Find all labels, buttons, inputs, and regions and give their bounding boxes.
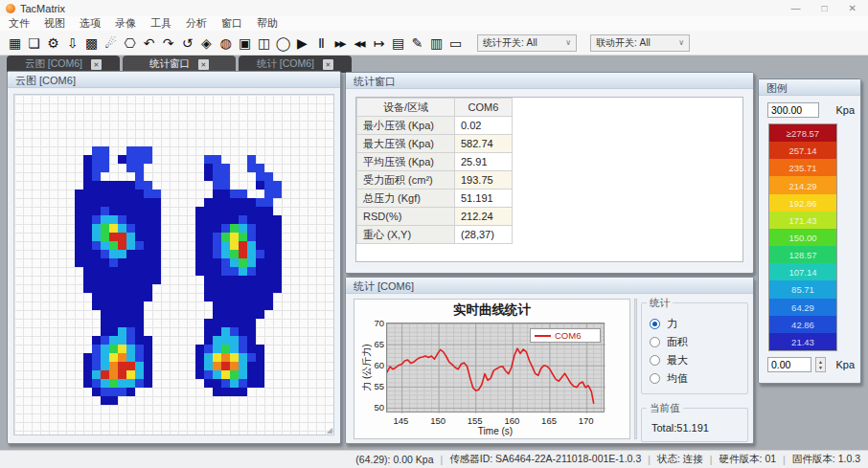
left-foot-cell bbox=[135, 319, 144, 327]
chart-inspect-button[interactable]: ▥ bbox=[426, 32, 445, 55]
right-foot-cell bbox=[213, 353, 221, 362]
calibrate-button[interactable]: ◈ bbox=[196, 32, 215, 55]
right-foot-cell bbox=[256, 233, 264, 241]
left-foot-cell bbox=[144, 224, 152, 233]
radio-label: 面积 bbox=[667, 335, 688, 349]
radio-force[interactable]: 力 bbox=[650, 315, 740, 333]
view-3d-button[interactable]: ⎔ bbox=[120, 32, 138, 55]
left-foot-cell bbox=[101, 362, 109, 370]
left-foot-cell bbox=[135, 198, 144, 207]
resize-grip-icon[interactable]: ◢ bbox=[327, 426, 332, 435]
menu-item-7[interactable]: 帮助 bbox=[257, 16, 278, 31]
snapshot-button[interactable]: ▣ bbox=[235, 32, 253, 55]
left-foot-cell bbox=[118, 181, 126, 189]
stats-switch-combo[interactable]: 统计开关: All ∨ bbox=[477, 34, 577, 52]
left-foot-cell bbox=[109, 207, 118, 215]
right-foot-cell bbox=[247, 233, 256, 241]
linkage-switch-combo[interactable]: 联动开关: All ∨ bbox=[590, 34, 690, 52]
right-foot-cell bbox=[204, 172, 213, 181]
maximize-button[interactable]: □ bbox=[822, 3, 828, 13]
left-foot-cell bbox=[101, 379, 109, 388]
status-segment: 硬件版本: 01 bbox=[720, 453, 777, 466]
undo-button[interactable]: ↶ bbox=[139, 32, 157, 55]
left-foot-cell bbox=[126, 215, 135, 224]
tab-close-button[interactable]: ✕ bbox=[198, 59, 209, 70]
right-foot-cell bbox=[230, 379, 239, 388]
right-foot-cell bbox=[273, 284, 282, 293]
menu-item-5[interactable]: 分析 bbox=[186, 16, 207, 31]
left-foot-cell bbox=[101, 284, 109, 293]
pause-button[interactable]: Ⅱ bbox=[311, 32, 330, 55]
record-button[interactable]: ◯ bbox=[273, 32, 291, 55]
right-foot-cell bbox=[204, 233, 213, 241]
stats-row: 最大压强 (Kpa)582.74 bbox=[357, 135, 513, 153]
annotate-button[interactable]: ✎ bbox=[407, 32, 425, 55]
radio-area[interactable]: 面积 bbox=[650, 333, 740, 351]
right-foot-cell bbox=[204, 327, 213, 336]
left-foot-cell bbox=[75, 224, 83, 233]
spinner-down-icon[interactable]: ▼ bbox=[816, 365, 825, 370]
export-button[interactable]: ↦ bbox=[369, 32, 387, 55]
left-foot-cell bbox=[118, 353, 126, 362]
options-button[interactable]: ⚙ bbox=[43, 32, 61, 55]
right-foot-cell bbox=[204, 198, 213, 207]
grid-button[interactable]: ▩ bbox=[81, 32, 100, 55]
radio-mean[interactable]: 均值 bbox=[650, 369, 740, 388]
menu-item-4[interactable]: 工具 bbox=[150, 16, 171, 31]
left-foot-cell bbox=[126, 388, 135, 396]
left-foot-cell bbox=[126, 284, 135, 293]
fast-forward-icon: ▸▸ bbox=[334, 35, 344, 51]
left-foot-cell bbox=[135, 293, 144, 301]
left-foot-cell bbox=[144, 250, 152, 258]
left-foot-cell bbox=[126, 327, 135, 336]
layout-button[interactable]: ▦ bbox=[5, 32, 23, 55]
legend-min-input[interactable] bbox=[767, 357, 811, 372]
menu-item-0[interactable]: 文件 bbox=[9, 16, 30, 31]
right-foot-cell bbox=[256, 198, 264, 207]
play-button[interactable]: ▶ bbox=[292, 32, 310, 55]
rewind-button[interactable]: ◂◂ bbox=[350, 32, 368, 55]
import-button[interactable]: ⇩ bbox=[62, 32, 80, 55]
menu-item-2[interactable]: 选项 bbox=[80, 16, 101, 31]
menu-item-6[interactable]: 窗口 bbox=[221, 16, 242, 31]
right-foot-cell bbox=[230, 301, 239, 310]
display-button[interactable]: ▭ bbox=[445, 32, 464, 55]
right-foot-cell bbox=[221, 198, 230, 207]
left-foot-cell bbox=[126, 293, 135, 301]
right-foot-cell bbox=[213, 284, 221, 293]
left-foot-cell bbox=[101, 224, 109, 233]
workspace: 云图 [COM6]✕统计窗口✕统计 [COM6]✕ 云图 [COM6] ◢ 统计… bbox=[0, 56, 868, 450]
open-file-button[interactable]: ❏ bbox=[24, 32, 42, 55]
tab-close-button[interactable]: ✕ bbox=[323, 59, 333, 70]
legend-line-icon bbox=[535, 335, 551, 337]
legend-max-input[interactable] bbox=[767, 102, 819, 118]
left-foot-cell bbox=[92, 172, 101, 181]
status-separator: | bbox=[710, 454, 713, 465]
left-foot-cell bbox=[144, 258, 152, 267]
right-foot-cell bbox=[230, 319, 239, 327]
left-foot-cell bbox=[135, 215, 144, 224]
right-foot-cell bbox=[230, 310, 239, 319]
right-foot-cell bbox=[247, 164, 256, 172]
left-foot-cell bbox=[75, 198, 83, 207]
x-tick-label: 160 bbox=[500, 415, 523, 426]
save-button[interactable]: ▤ bbox=[388, 32, 406, 55]
right-foot-cell bbox=[239, 293, 247, 301]
radio-icon bbox=[650, 319, 660, 329]
video-button[interactable]: ◫ bbox=[254, 32, 272, 55]
redo-button[interactable]: ↷ bbox=[158, 32, 176, 55]
spinner[interactable]: ▲ ▼ bbox=[815, 357, 826, 372]
left-foot-cell bbox=[135, 164, 144, 172]
menu-item-3[interactable]: 录像 bbox=[115, 16, 136, 31]
minimize-button[interactable]: — bbox=[791, 3, 801, 13]
menu-item-1[interactable]: 视图 bbox=[44, 16, 65, 31]
sensor-button[interactable]: ☄ bbox=[101, 32, 119, 55]
target-button[interactable]: ◍ bbox=[216, 32, 234, 55]
radio-max[interactable]: 最大 bbox=[650, 351, 740, 369]
tab-close-button[interactable]: ✕ bbox=[91, 59, 102, 70]
right-foot-cell bbox=[247, 293, 256, 301]
refresh-button[interactable]: ↺ bbox=[177, 32, 195, 55]
left-foot-cell bbox=[109, 224, 118, 233]
fast-forward-button[interactable]: ▸▸ bbox=[331, 32, 349, 55]
close-button[interactable]: ✕ bbox=[849, 3, 857, 13]
